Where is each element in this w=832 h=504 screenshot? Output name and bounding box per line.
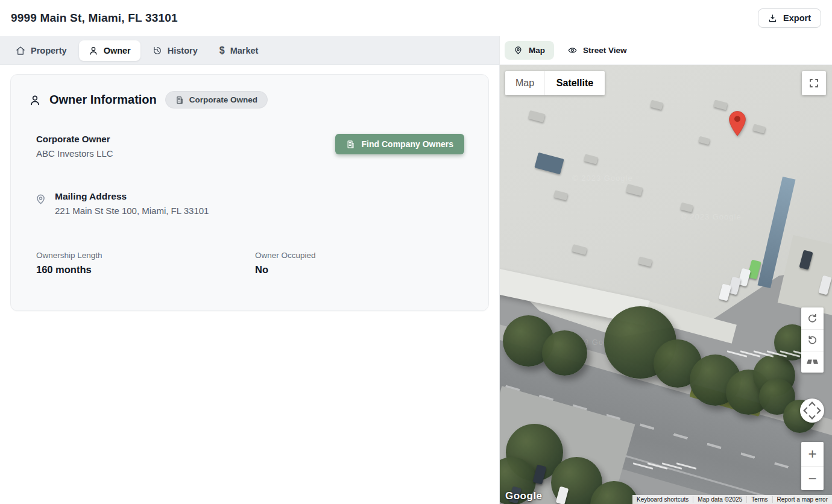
ownership-length-stat: Ownership Length 160 months	[36, 251, 255, 276]
tilt-view-icon	[807, 356, 818, 368]
tab-property[interactable]: Property	[6, 40, 77, 61]
stat-label: Ownership Length	[36, 251, 255, 260]
history-icon	[153, 46, 162, 55]
zoom-in-button[interactable]: +	[801, 442, 824, 466]
pan-left-icon	[803, 407, 810, 414]
tree	[503, 315, 554, 367]
tree	[726, 370, 771, 415]
parked-car	[799, 250, 813, 269]
parked-car	[532, 464, 546, 484]
mailing-value: 221 Main St Ste 100, Miami, FL 33101	[55, 206, 209, 216]
map-marker[interactable]	[729, 111, 746, 136]
tab-history[interactable]: History	[143, 40, 207, 61]
satellite-imagery[interactable]: © 2023 Google © 2023 Google © 2023 Googl…	[500, 65, 832, 504]
card-title: Owner Information	[49, 93, 157, 107]
roof-vent	[528, 110, 546, 122]
tree	[542, 330, 587, 376]
person-icon	[29, 94, 41, 106]
tab-owner[interactable]: Owner	[79, 40, 140, 61]
pan-up-icon	[808, 402, 815, 408]
roof-vent	[752, 124, 766, 134]
corporate-owner-field: Corporate Owner ABC Investors LLC	[36, 134, 113, 159]
map-data-copyright: Map data ©2025	[693, 496, 746, 503]
mailing-address-field: Mailing Address 221 Main St Ste 100, Mia…	[35, 191, 474, 216]
fullscreen-button[interactable]	[802, 71, 826, 95]
mailing-label: Mailing Address	[55, 191, 209, 202]
tab-bar: Property Owner History $ Market	[0, 36, 499, 65]
tree	[690, 354, 741, 406]
tree	[753, 354, 795, 397]
roof-vent	[553, 190, 568, 200]
fullscreen-icon	[808, 78, 819, 89]
dollar-icon: $	[219, 46, 225, 55]
map-view-toolbar: Map Street View	[500, 36, 832, 65]
find-company-owners-button[interactable]: Find Company Owners	[335, 134, 464, 154]
tree	[654, 339, 702, 388]
stat-value: No	[255, 264, 474, 276]
parking-stripe	[740, 350, 761, 358]
owner-stats: Ownership Length 160 months Owner Occupi…	[36, 251, 474, 276]
map-type-map-button[interactable]: Map	[505, 71, 545, 95]
pan-right-icon	[814, 407, 821, 414]
street-view-button[interactable]: Street View	[559, 41, 636, 60]
street-view-label: Street View	[583, 46, 627, 55]
parked-car	[738, 268, 751, 287]
stat-label: Owner Occupied	[255, 251, 474, 260]
owner-occupied-stat: Owner Occupied No	[255, 251, 474, 276]
sidewalk	[500, 312, 832, 462]
zoom-out-button[interactable]: −	[801, 466, 824, 490]
parking-stripe	[676, 462, 697, 470]
tab-market[interactable]: $ Market	[210, 40, 268, 61]
map-watermark: © 2023 Google	[572, 174, 633, 183]
map-container: © 2023 Google © 2023 Google © 2023 Googl…	[500, 65, 832, 504]
roof-vent	[534, 153, 564, 175]
report-map-error-link[interactable]: Report a map error	[772, 496, 832, 503]
parked-car	[556, 487, 569, 504]
parking-stripe	[662, 462, 682, 470]
map-watermark: © 2023 Google	[560, 338, 621, 347]
parked-car	[747, 259, 761, 279]
parking-stripe	[754, 350, 774, 358]
map-pane: Map Street View © 2023 Google © 2023 Goo…	[499, 36, 832, 504]
parking-stripe	[648, 462, 668, 470]
tab-label: Owner	[104, 46, 131, 55]
rotate-counterclockwise-icon	[807, 335, 818, 346]
building-facade	[500, 269, 650, 326]
rotate-clockwise-button[interactable]	[801, 307, 824, 329]
roof-vent	[572, 244, 587, 255]
building-facade	[644, 301, 737, 344]
map-type-satellite-button[interactable]: Satellite	[545, 71, 605, 95]
rotate-clockwise-icon	[807, 313, 818, 324]
building-roof	[500, 65, 832, 504]
tab-label: Property	[31, 46, 67, 55]
tree	[759, 379, 795, 415]
google-logo[interactable]: Google	[505, 490, 543, 502]
roof-vent	[584, 154, 598, 164]
map-attribution: Keyboard shortcuts Map data ©2025 Terms …	[632, 495, 832, 504]
roof-vent	[680, 203, 693, 213]
tab-label: History	[168, 46, 198, 55]
roof-vent	[698, 136, 710, 145]
terms-link[interactable]: Terms	[746, 496, 772, 503]
keyboard-shortcuts-link[interactable]: Keyboard shortcuts	[632, 496, 693, 503]
map-view-button[interactable]: Map	[505, 41, 554, 60]
parking-stripe	[727, 350, 748, 358]
app-header: 9999 Main St, Miami, FL 33101 Export	[0, 0, 832, 36]
person-icon	[89, 46, 98, 55]
parking-lot	[500, 386, 635, 504]
export-label: Export	[783, 13, 811, 23]
pan-control[interactable]	[800, 398, 824, 423]
rotate-counterclockwise-button[interactable]	[801, 329, 824, 351]
find-owners-label: Find Company Owners	[362, 139, 453, 149]
parking-stripe	[780, 350, 801, 358]
building-icon	[175, 96, 184, 104]
home-icon	[16, 46, 25, 55]
parked-car	[818, 276, 831, 295]
map-watermark: © 2023 Google	[681, 212, 742, 221]
parked-car	[728, 277, 742, 295]
page-title: 9999 Main St, Miami, FL 33101	[11, 11, 178, 25]
tilt-view-button[interactable]	[801, 351, 824, 373]
badge-label: Corporate Owned	[189, 95, 257, 104]
export-button[interactable]: Export	[758, 8, 821, 28]
parking-stripe	[633, 462, 654, 470]
